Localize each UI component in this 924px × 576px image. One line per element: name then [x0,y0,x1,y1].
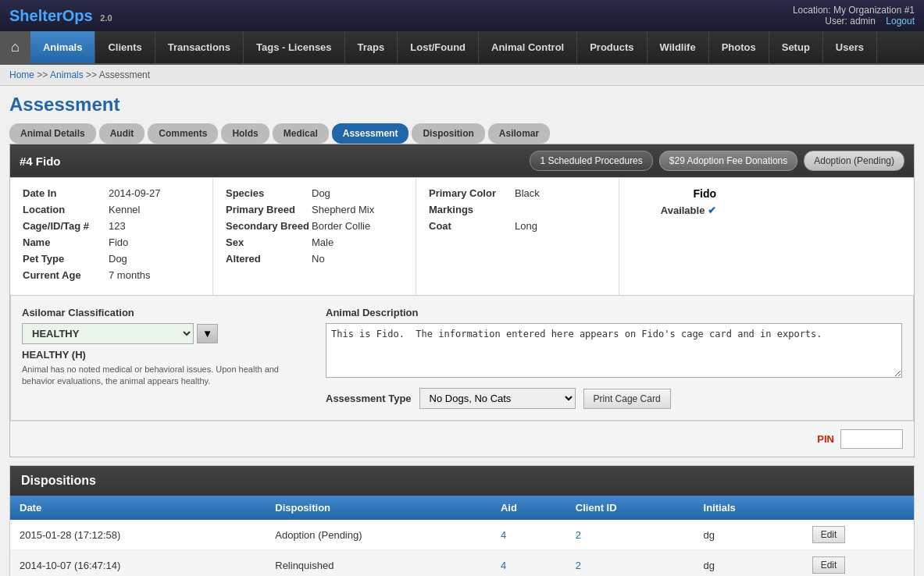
location-text: Location: My Organization #1 [793,5,915,16]
asilomar-select[interactable]: HEALTHY TREATABLE - MANAGEABLE TREATABLE… [22,323,194,344]
nav-setup[interactable]: Setup [769,31,823,63]
assessment-type-row: Assessment Type No Dogs, No Cats Dogs OK… [326,388,902,409]
row1-edit-button[interactable]: Edit [812,526,846,543]
location-value: Kennel [109,204,140,215]
cage-value: 123 [109,220,126,232]
nav-home-button[interactable]: ⌂ [0,31,30,63]
row2-actions: Edit [803,550,914,577]
row1-client-link[interactable]: 2 [576,529,581,541]
breadcrumb-current: Assessment [99,69,150,80]
tab-medical[interactable]: Medical [273,123,329,144]
animal-name: #4 Fido [20,155,61,168]
species-row: Species Dog [226,187,403,199]
breadcrumb-animals[interactable]: Animals [50,69,84,80]
adoption-status-button[interactable]: Adoption (Pending) [804,151,904,171]
pet-type-label: Pet Type [23,253,109,265]
nav-clients[interactable]: Clients [95,31,155,63]
header-buttons: 1 Scheduled Procedures $29 Adoption Fee … [530,151,904,171]
col-aid: Aid [491,496,566,520]
dispositions-table: Date Disposition Aid Client ID Initials … [10,496,914,576]
location-row: Location Kennel [23,204,200,215]
secondary-breed-value: Border Collie [312,220,370,232]
name-value: Fido [109,236,128,248]
row1-initials: dg [694,520,803,550]
adoption-fee-button[interactable]: $29 Adoption Fee Donations [659,151,797,171]
nav-photos[interactable]: Photos [709,31,769,63]
date-in-value: 2014-09-27 [109,187,161,199]
dispositions-section: Dispositions Date Disposition Aid Client… [9,465,915,576]
nav-wildlife[interactable]: Wildlife [648,31,709,63]
top-bar: ShelterOps 2.0 Location: My Organization… [0,0,924,31]
tab-disposition[interactable]: Disposition [412,123,484,144]
row2-aid: 4 [491,550,566,577]
row1-actions: Edit [803,520,914,550]
row2-client-link[interactable]: 2 [576,560,581,571]
pin-label: PIN [817,433,834,445]
top-right-info: Location: My Organization #1 User: admin… [793,5,915,27]
nav-tags-licenses[interactable]: Tags - Licenses [244,31,345,63]
nav-products[interactable]: Products [577,31,647,63]
tab-holds[interactable]: Holds [221,123,269,144]
age-value: 7 months [109,269,150,281]
version: 2.0 [100,13,112,23]
row2-aid-link[interactable]: 4 [501,560,506,571]
scheduled-procedures-button[interactable]: 1 Scheduled Procedures [530,151,652,171]
nav-lost-found[interactable]: Lost/Found [398,31,479,63]
pet-type-value: Dog [109,253,127,265]
pet-type-row: Pet Type Dog [23,253,200,265]
main-content: Assessment Animal Details Audit Comments… [0,86,924,576]
table-row: 2014-10-07 (16:47:14) Relinquished 4 2 d… [10,550,914,577]
tab-animal-details[interactable]: Animal Details [9,123,96,144]
cage-label: Cage/ID/Tag # [23,220,109,232]
row2-disposition: Relinquished [266,550,491,577]
primary-color-label: Primary Color [429,187,515,199]
animal-card-header: #4 Fido 1 Scheduled Procedures $29 Adopt… [10,144,914,177]
nav-animals[interactable]: Animals [30,31,96,63]
print-cage-card-button[interactable]: Print Cage Card [583,389,671,409]
logout-link[interactable]: Logout [886,16,915,27]
row2-initials: dg [694,550,803,577]
status-col: Fido Available ✔ [619,178,729,295]
name-row: Name Fido [23,236,200,248]
coat-value: Long [515,220,537,232]
col-disposition: Disposition [266,496,491,520]
breadcrumb: Home >> Animals >> Assessment [0,65,924,86]
details-middle-col: Species Dog Primary Breed Shepherd Mix S… [213,178,416,295]
nav-users[interactable]: Users [823,31,877,63]
asilomar-dropdown-button[interactable]: ▼ [197,324,218,343]
asilomar-class-name: HEALTHY (H) [22,349,310,361]
pin-row: PIN [10,421,914,457]
logo: ShelterOps 2.0 [9,7,112,25]
secondary-breed-label: Secondary Breed [226,220,312,232]
tab-audit[interactable]: Audit [99,123,145,144]
altered-label: Altered [226,253,312,265]
tab-asilomar[interactable]: Asilomar [488,123,550,144]
pin-input[interactable] [840,429,903,449]
col-initials: Initials [694,496,803,520]
animal-description-textarea[interactable] [326,323,902,378]
row1-date: 2015-01-28 (17:12:58) [10,520,266,550]
markings-label: Markings [429,204,515,215]
date-in-label: Date In [23,187,109,199]
coat-label: Coat [429,220,515,232]
col-date: Date [10,496,266,520]
row2-date: 2014-10-07 (16:47:14) [10,550,266,577]
asilomar-description: Animal has no noted medical or behaviora… [22,364,310,388]
nav-transactions[interactable]: Transactions [155,31,244,63]
tab-assessment[interactable]: Assessment [332,123,409,144]
assessment-type-select[interactable]: No Dogs, No Cats Dogs OK Cats OK Dogs an… [419,388,576,409]
age-row: Current Age 7 months [23,269,200,281]
dispositions-header-row: Date Disposition Aid Client ID Initials [10,496,914,520]
tab-comments[interactable]: Comments [148,123,218,144]
nav-animal-control[interactable]: Animal Control [479,31,577,63]
row1-client-id: 2 [566,520,694,550]
primary-color-row: Primary Color Black [429,187,606,199]
available-checkmark: ✔ [708,204,716,216]
row1-aid-link[interactable]: 4 [501,529,506,541]
row2-edit-button[interactable]: Edit [812,556,846,574]
nav-traps[interactable]: Traps [345,31,398,63]
assessment-section: Asilomar Classification HEALTHY TREATABL… [10,295,914,421]
breadcrumb-home[interactable]: Home [9,69,34,80]
col-client-id: Client ID [566,496,694,520]
row1-disposition: Adoption (Pending) [266,520,491,550]
